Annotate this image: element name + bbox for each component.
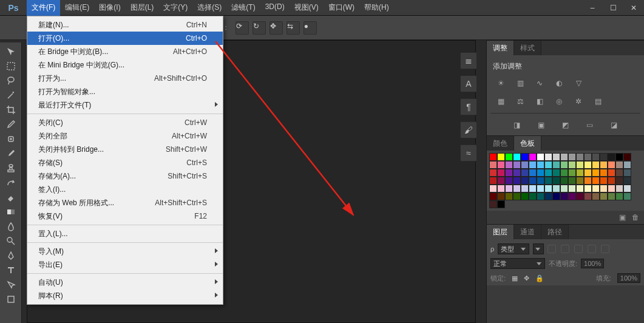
eyedropper-tool-icon[interactable] bbox=[3, 118, 19, 131]
swatch[interactable] bbox=[560, 153, 568, 161]
menu-item[interactable]: 关闭并转到 Bridge...Shift+Ctrl+W bbox=[27, 143, 223, 156]
swatch[interactable] bbox=[537, 185, 544, 192]
swatch[interactable] bbox=[544, 192, 552, 200]
move-tool-icon[interactable] bbox=[3, 45, 19, 58]
bw-icon[interactable]: ◧ bbox=[533, 96, 546, 107]
exposure-icon[interactable]: ◐ bbox=[552, 78, 566, 89]
lasso-tool-icon[interactable] bbox=[3, 74, 19, 87]
threshold-icon[interactable]: ◩ bbox=[559, 120, 572, 131]
menu-编辑[interactable]: 编辑(E) bbox=[60, 0, 94, 16]
opacity-value[interactable]: 100% bbox=[581, 259, 604, 268]
swatch[interactable] bbox=[489, 169, 497, 177]
swatch[interactable] bbox=[615, 169, 623, 177]
3d-zoom-icon[interactable]: ● bbox=[303, 21, 317, 35]
swatch[interactable] bbox=[489, 185, 497, 192]
3d-orbit-icon[interactable]: ⟳ bbox=[236, 21, 249, 35]
swatch[interactable] bbox=[600, 185, 608, 192]
swatch[interactable] bbox=[576, 161, 584, 169]
swatch[interactable] bbox=[505, 153, 513, 161]
swatch[interactable] bbox=[592, 185, 600, 192]
filter-type-icon[interactable] bbox=[574, 245, 583, 253]
brightness-contrast-icon[interactable]: ☀ bbox=[494, 78, 507, 89]
swatch[interactable] bbox=[544, 177, 552, 185]
menu-item[interactable]: 在 Bridge 中浏览(B)...Alt+Ctrl+O bbox=[27, 45, 223, 58]
swatch[interactable] bbox=[544, 161, 552, 169]
menu-3D[interactable]: 3D(D) bbox=[260, 0, 290, 16]
type-tool-icon[interactable] bbox=[3, 264, 19, 277]
eraser-tool-icon[interactable] bbox=[3, 191, 19, 204]
channel-mixer-icon[interactable]: ✲ bbox=[572, 96, 585, 107]
swatch[interactable] bbox=[505, 177, 513, 185]
swatch[interactable] bbox=[600, 169, 608, 177]
swatch[interactable] bbox=[552, 185, 560, 192]
swatch[interactable] bbox=[568, 169, 576, 177]
swatch[interactable] bbox=[513, 192, 521, 200]
color-balance-icon[interactable]: ⚖ bbox=[514, 96, 527, 107]
swatch[interactable] bbox=[600, 153, 608, 161]
swatch[interactable] bbox=[544, 185, 552, 192]
swatch[interactable] bbox=[608, 153, 615, 161]
swatch[interactable] bbox=[529, 185, 537, 192]
filter-shape-icon[interactable] bbox=[588, 245, 596, 253]
dodge-tool-icon[interactable] bbox=[3, 234, 19, 248]
brush-presets-panel-icon[interactable]: ≈ bbox=[460, 144, 477, 162]
swatch[interactable] bbox=[560, 161, 568, 169]
blend-mode-select[interactable]: 正常 bbox=[490, 258, 545, 269]
swatch[interactable] bbox=[615, 161, 623, 169]
fill-value[interactable]: 100% bbox=[617, 273, 640, 283]
swatch[interactable] bbox=[505, 185, 513, 192]
menu-item[interactable]: 在 Mini Bridge 中浏览(G)... bbox=[27, 58, 223, 72]
swatch[interactable] bbox=[497, 200, 505, 208]
menu-图层[interactable]: 图层(L) bbox=[126, 0, 159, 16]
delete-swatch-icon[interactable]: 🗑 bbox=[632, 213, 639, 222]
swatch[interactable] bbox=[552, 153, 560, 161]
minimize-button[interactable]: – bbox=[582, 0, 603, 16]
swatch[interactable] bbox=[592, 161, 600, 169]
swatch[interactable] bbox=[623, 192, 631, 200]
menu-item[interactable]: 最近打开文件(T) bbox=[27, 98, 223, 112]
swatch[interactable] bbox=[497, 192, 505, 200]
swatch[interactable] bbox=[600, 161, 608, 169]
swatch[interactable] bbox=[497, 161, 505, 169]
swatch[interactable] bbox=[529, 153, 537, 161]
swatch[interactable] bbox=[529, 169, 537, 177]
menu-item[interactable]: 存储(S)Ctrl+S bbox=[27, 156, 223, 169]
swatch[interactable] bbox=[513, 185, 521, 192]
paragraph-panel-icon[interactable]: ¶ bbox=[460, 98, 477, 115]
swatch[interactable] bbox=[608, 169, 615, 177]
3d-pan-icon[interactable]: ✥ bbox=[269, 21, 283, 35]
menu-item[interactable]: 恢复(V)F12 bbox=[27, 209, 223, 223]
healing-tool-icon[interactable] bbox=[3, 132, 19, 146]
swatch[interactable] bbox=[544, 153, 552, 161]
swatch[interactable] bbox=[513, 161, 521, 169]
swatch[interactable] bbox=[592, 169, 600, 177]
swatch[interactable] bbox=[576, 153, 584, 161]
stamp-tool-icon[interactable] bbox=[3, 162, 19, 175]
swatch[interactable] bbox=[544, 169, 552, 177]
swatch[interactable] bbox=[497, 169, 505, 177]
path-selection-tool-icon[interactable] bbox=[3, 278, 19, 291]
swatch[interactable] bbox=[552, 177, 560, 185]
menu-图像[interactable]: 图像(I) bbox=[94, 0, 125, 16]
swatch[interactable] bbox=[497, 177, 505, 185]
menu-帮助[interactable]: 帮助(H) bbox=[359, 0, 394, 16]
gradient-tool-icon[interactable] bbox=[3, 205, 19, 219]
menu-item[interactable]: 打开为...Alt+Shift+Ctrl+O bbox=[27, 72, 223, 85]
swatch[interactable] bbox=[584, 185, 592, 192]
swatch[interactable] bbox=[505, 192, 513, 200]
swatch[interactable] bbox=[600, 192, 608, 200]
swatch[interactable] bbox=[497, 185, 505, 192]
swatch[interactable] bbox=[552, 169, 560, 177]
swatch[interactable] bbox=[489, 192, 497, 200]
swatch[interactable] bbox=[560, 192, 568, 200]
swatch[interactable] bbox=[489, 153, 497, 161]
filter-pixel-icon[interactable] bbox=[547, 245, 556, 253]
marquee-tool-icon[interactable] bbox=[3, 59, 19, 73]
lock-position-icon[interactable]: ✥ bbox=[524, 274, 529, 282]
swatch[interactable] bbox=[521, 185, 529, 192]
tab-color[interactable]: 颜色 bbox=[487, 136, 514, 151]
swatch[interactable] bbox=[584, 177, 592, 185]
swatch[interactable] bbox=[537, 169, 544, 177]
character-panel-icon[interactable]: A bbox=[460, 75, 477, 92]
swatch[interactable] bbox=[608, 161, 615, 169]
